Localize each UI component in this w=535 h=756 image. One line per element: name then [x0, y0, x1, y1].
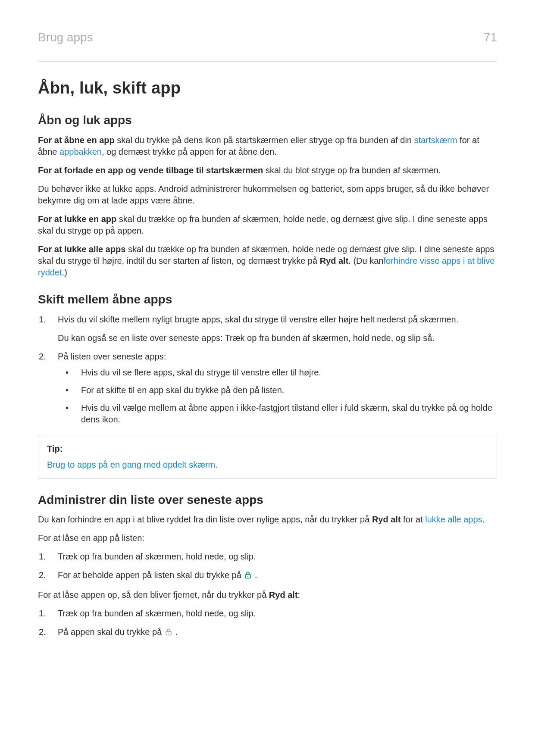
bold-text: For at lukke alle apps — [38, 244, 125, 254]
body-text: . — [175, 627, 178, 637]
list-marker: 1. — [39, 551, 46, 562]
paragraph: For at låse appen op, så den bliver fjer… — [38, 589, 497, 601]
list-marker: 2. — [39, 351, 46, 362]
link-split-screen[interactable]: Brug to apps på en gang med opdelt skærm… — [47, 459, 488, 471]
bold-text: Ryd alt — [320, 256, 349, 266]
paragraph: Du kan forhindre en app i at blive rydde… — [38, 514, 497, 525]
link-appbakken[interactable]: appbakken — [59, 147, 102, 156]
body-text: På listen over seneste apps: — [58, 351, 497, 362]
ordered-list: 1. Træk op fra bunden af skærmen, hold n… — [38, 608, 497, 639]
running-header: Brug apps 71 — [38, 29, 497, 46]
body-text: . — [482, 515, 485, 524]
tip-box: Tip: Brug to apps på en gang med opdelt … — [38, 435, 497, 479]
heading-manage-list: Administrer din liste over seneste apps — [38, 492, 497, 508]
link-startskaerm[interactable]: startskærm — [414, 135, 457, 145]
list-marker: 2. — [39, 569, 46, 581]
bold-text: For at åbne en app — [38, 135, 115, 145]
paragraph: Du behøver ikke at lukke apps. Android a… — [38, 183, 497, 206]
body-text: Træk op fra bunden af skærmen, hold nede… — [58, 552, 256, 561]
body-text: Hvis du vil vælge mellem at åbne appen i… — [81, 403, 492, 424]
list-item: 1. Træk op fra bunden af skærmen, hold n… — [38, 551, 497, 562]
body-text: Du kan forhindre en app i at blive rydde… — [38, 515, 372, 524]
body-text: skal du trykke på dens ikon på startskær… — [115, 135, 414, 145]
list-item: Hvis du vil vælge mellem at åbne appen i… — [58, 402, 497, 425]
body-text: For at låse appen op, så den bliver fjer… — [38, 590, 269, 600]
paragraph: For at lukke en app skal du trække op fr… — [38, 213, 497, 237]
svg-point-1 — [247, 576, 248, 577]
list-item: 1. Hvis du vil skifte mellem nyligt brug… — [38, 314, 497, 344]
bold-text: For at forlade en app og vende tilbage t… — [38, 166, 263, 175]
list-item: 1. Træk op fra bunden af skærmen, hold n… — [38, 608, 497, 619]
header-rule — [38, 61, 497, 62]
body-text: . (Du kan — [348, 256, 383, 266]
body-text: , og dernæst trykke på appen for at åbne… — [102, 147, 277, 156]
list-marker: 1. — [39, 314, 46, 325]
page-number: 71 — [484, 29, 497, 46]
ordered-list: 1. Træk op fra bunden af skærmen, hold n… — [38, 551, 497, 582]
list-item: 2. For at beholde appen på listen skal d… — [38, 569, 497, 582]
body-text: : — [298, 590, 300, 600]
link-close-all-apps[interactable]: lukke alle apps — [425, 515, 482, 524]
heading-switch: Skift mellem åbne apps — [38, 291, 497, 308]
body-text: For at skifte til en app skal du trykke … — [81, 385, 284, 395]
lock-open-icon — [244, 571, 252, 582]
list-marker: 2. — [39, 626, 46, 638]
lock-closed-icon — [164, 628, 173, 639]
body-text: Træk op fra bunden af skærmen, hold nede… — [58, 609, 256, 618]
bold-text: For at lukke en app — [38, 214, 116, 224]
ordered-list: 1. Hvis du vil skifte mellem nyligt brug… — [38, 314, 497, 425]
body-text: For at beholde appen på listen skal du t… — [58, 570, 244, 580]
body-text: Hvis du vil skifte mellem nyligt brugte … — [58, 314, 497, 325]
section-name: Brug apps — [38, 29, 93, 46]
paragraph: For at åbne en app skal du trykke på den… — [38, 134, 497, 158]
body-text: .) — [62, 268, 67, 277]
page-title: Åbn, luk, skift app — [38, 77, 497, 99]
body-text: Du kan også se en liste over seneste app… — [58, 332, 497, 344]
list-item: For at skifte til en app skal du trykke … — [58, 384, 497, 396]
bold-text: Ryd alt — [269, 590, 298, 600]
list-marker: 1. — [39, 608, 46, 619]
paragraph: For at forlade en app og vende tilbage t… — [38, 165, 497, 176]
list-item: Hvis du vil se flere apps, skal du stryg… — [58, 367, 497, 378]
paragraph: For at låse en app på listen: — [38, 532, 497, 544]
heading-open-close: Åbn og luk apps — [38, 112, 497, 128]
body-text: Hvis du vil se flere apps, skal du stryg… — [81, 368, 321, 377]
paragraph: For at lukke alle apps skal du trække op… — [38, 244, 497, 278]
body-text: skal du blot stryge op fra bunden af skæ… — [263, 166, 441, 175]
bullet-list: Hvis du vil se flere apps, skal du stryg… — [58, 367, 497, 425]
body-text: . — [255, 570, 257, 580]
list-item: 2. På listen over seneste apps: Hvis du … — [38, 351, 497, 425]
body-text: På appen skal du trykke på — [58, 627, 164, 637]
list-item: 2. På appen skal du trykke på . — [38, 626, 497, 639]
svg-point-3 — [168, 633, 169, 634]
body-text: for at — [401, 515, 425, 524]
tip-label: Tip: — [47, 443, 488, 455]
bold-text: Ryd alt — [372, 515, 401, 524]
